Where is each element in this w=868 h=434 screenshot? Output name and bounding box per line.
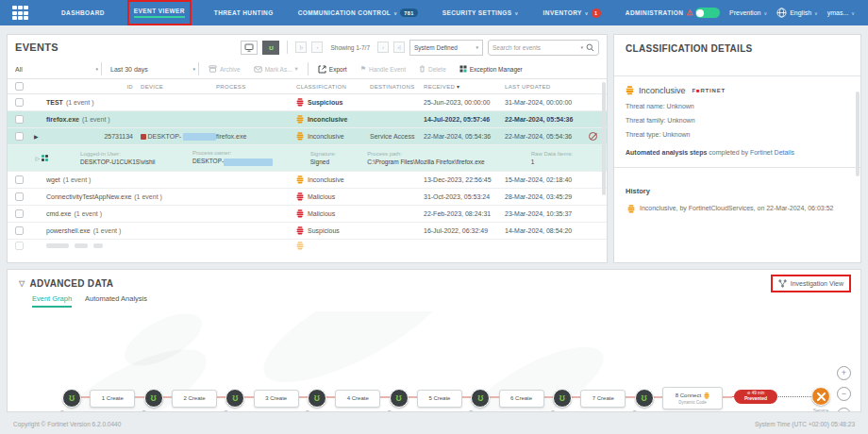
table-row[interactable]: TEST(1 event ) Suspicious 25-Jun-2023, 0… <box>8 94 607 111</box>
service-target-node[interactable]: ServiceWindows Service Access <box>811 387 830 406</box>
delete-button[interactable]: Delete <box>419 65 446 73</box>
search-icon[interactable] <box>586 43 594 52</box>
process-node[interactable]: ʊ ProcessesSystem <box>62 389 81 408</box>
zoom-in-button[interactable]: + <box>837 366 851 380</box>
prevention-mode-toggle[interactable] <box>695 8 720 18</box>
row-checkbox[interactable] <box>15 226 24 235</box>
process-node[interactable]: ʊ Processescsrss.exe <box>225 389 244 408</box>
table-row-event[interactable]: ▶ 25731134 DESKTOP- firefox.exe Inconclu… <box>8 128 607 145</box>
investigation-view-button[interactable]: Investigation View <box>773 276 849 291</box>
col-received[interactable]: RECEIVED ▾ <box>424 83 505 90</box>
row-checkbox[interactable] <box>15 175 24 184</box>
nav-security-settings[interactable]: SECURITY SETTINGS ∨ <box>442 9 519 16</box>
search-input[interactable] <box>492 44 577 51</box>
last-page-button[interactable]: ›| <box>393 42 405 53</box>
table-row[interactable]: powershell.exe(1 event ) Suspicious 16-J… <box>8 223 607 240</box>
process-node[interactable]: ʊ Processessvchost.exe <box>471 389 490 408</box>
graph-step[interactable]: 1 Create <box>90 390 135 408</box>
events-scrollbar[interactable] <box>602 82 606 195</box>
process-icon: ʊ <box>477 393 483 403</box>
collapse-icon[interactable]: ▽ <box>19 279 25 288</box>
process-node[interactable]: ʊ Processesfirefox.exe <box>635 389 654 408</box>
range-filter-select[interactable]: Last 30 days▾ <box>105 66 195 73</box>
event-flag-icon[interactable]: ▶ <box>34 134 39 140</box>
nav-threat-hunting[interactable]: THREAT HUNTING <box>214 9 274 16</box>
table-row[interactable]: cmd.exe(1 event ) Malicious 22-Feb-2023,… <box>8 206 607 223</box>
process-node[interactable]: ʊ Processesservices.exe <box>390 389 409 408</box>
row-checkbox[interactable] <box>15 242 24 250</box>
table-row[interactable]: ConnectivityTestAppNew.exe(1 event ) Mal… <box>8 189 607 206</box>
col-last-updated[interactable]: LAST UPDATED <box>505 84 584 90</box>
threat-type: Threat type: Unknown <box>626 131 849 138</box>
graph-step[interactable]: 6 Create <box>499 390 544 408</box>
col-id[interactable]: ID <box>46 84 141 90</box>
select-all-checkbox[interactable] <box>15 82 24 91</box>
flag-icon: ⚑ <box>360 65 366 73</box>
row-checkbox[interactable] <box>15 115 24 124</box>
classification-suspicious-icon <box>296 98 304 107</box>
language-selector[interactable]: English∨ <box>776 8 818 18</box>
mark-as-button[interactable]: Mark As... ▾ <box>254 65 298 73</box>
col-destinations[interactable]: DESTINATIONS <box>370 84 424 90</box>
events-title: EVENTS <box>15 42 58 53</box>
chevron-down-icon: ∨ <box>393 10 397 16</box>
copyright-text: Copyright © Fortinet Version 6.2.0.0440 <box>13 421 121 427</box>
next-page-button[interactable]: › <box>377 42 389 53</box>
view-preset-select[interactable]: System Defined▾ <box>409 40 483 56</box>
table-row-partial[interactable] <box>8 240 607 252</box>
col-device[interactable]: DEVICE <box>141 84 216 90</box>
graph-step[interactable]: 7 Create <box>580 390 626 408</box>
chevron-down-icon: ∨ <box>763 10 767 16</box>
nav-dashboard[interactable]: DASHBOARD <box>61 9 105 16</box>
events-search: ▾ <box>488 40 599 56</box>
first-page-button[interactable]: |‹ <box>295 42 307 53</box>
details-link[interactable]: Details <box>775 149 794 156</box>
process-node[interactable]: ʊ Processesexplorer.exe <box>553 389 572 408</box>
chevron-down-icon: ▾ <box>295 65 298 73</box>
device-view-button[interactable] <box>241 41 258 55</box>
application-icon <box>42 155 48 161</box>
export-button[interactable]: Export <box>318 65 347 74</box>
zoom-out-button[interactable]: − <box>837 387 851 401</box>
graph-step-connect[interactable]: 8 Connect Dynamic Code <box>662 387 723 409</box>
process-node[interactable]: ʊ Processeswininit.exe <box>308 389 326 408</box>
pagination-label: Showing 1-7/7 <box>330 44 370 51</box>
row-checkbox[interactable] <box>15 209 24 218</box>
process-icon: ʊ <box>559 393 565 403</box>
nav-event-viewer[interactable]: EVENT VIEWER <box>129 2 190 24</box>
scope-filter-select[interactable]: All▾ <box>15 66 98 73</box>
tab-automated-analysis[interactable]: Automated Analysis <box>85 294 147 308</box>
nav-communication-control[interactable]: COMMUNICATION CONTROL ∨ 781 <box>298 8 418 17</box>
table-row-selected-group[interactable]: firefox.exe(1 event ) Inconclusive 14-Ju… <box>8 111 607 128</box>
process-icon: ʊ <box>69 393 75 403</box>
fortinet-wordmark: F■RTINET <box>693 88 726 93</box>
graph-step[interactable]: 2 Create <box>172 390 217 408</box>
expand-icon[interactable]: ▷ <box>35 155 40 161</box>
handle-event-button[interactable]: ⚑ Handle Event <box>360 65 406 73</box>
process-node[interactable]: ʊ Processessmss.exe <box>144 389 163 408</box>
chevron-down-icon: ∨ <box>814 10 818 16</box>
nav-administration[interactable]: ADMINISTRATION ⚠ <box>626 9 693 17</box>
chevron-down-icon: ∨ <box>851 10 855 16</box>
table-row[interactable]: wget(1 event ) Inconclusive 13-Dec-2023,… <box>8 172 607 189</box>
col-process[interactable]: PROCESS <box>216 84 296 90</box>
classification-inconclusive-icon <box>296 242 304 250</box>
tab-event-graph[interactable]: Event Graph <box>32 294 72 308</box>
graph-step[interactable]: 3 Create <box>254 390 299 408</box>
nav-inventory[interactable]: INVENTORY ∨ 1 <box>543 8 601 18</box>
archive-button[interactable]: Archive <box>209 65 241 73</box>
warning-icon: ⚠ <box>686 9 693 17</box>
process-view-button[interactable]: ʊ <box>262 41 279 55</box>
prev-page-button[interactable]: ‹ <box>311 42 323 53</box>
classification-scrollbar[interactable] <box>856 92 860 176</box>
row-checkbox[interactable] <box>15 192 24 201</box>
user-menu[interactable]: ymas...∨ <box>827 9 855 16</box>
mode-selector[interactable]: Prevention∨ <box>729 9 767 16</box>
graph-step[interactable]: 5 Create <box>417 390 462 408</box>
graph-step[interactable]: 4 Create <box>335 390 380 408</box>
top-navbar: DASHBOARD EVENT VIEWER THREAT HUNTING CO… <box>0 0 868 25</box>
col-classification[interactable]: CLASSIFICATION <box>296 84 370 90</box>
row-checkbox[interactable] <box>15 98 24 107</box>
row-checkbox[interactable] <box>15 132 24 141</box>
exception-manager-button[interactable]: Exception Manager <box>459 65 523 73</box>
